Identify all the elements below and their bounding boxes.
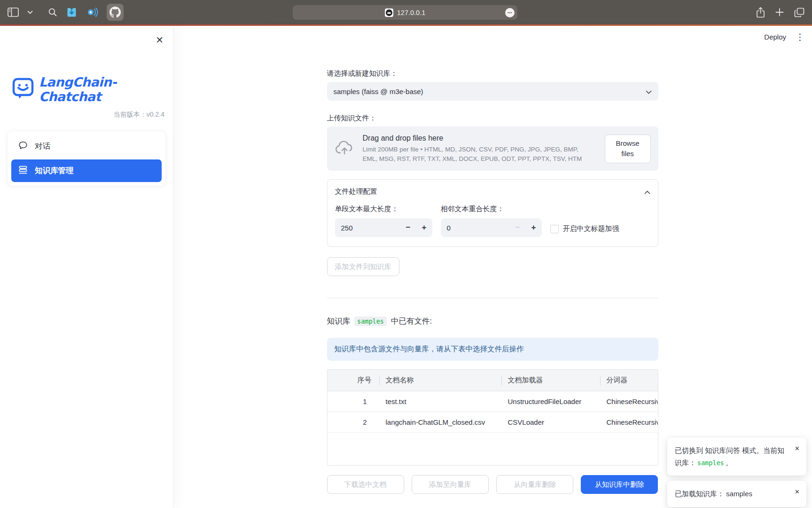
overlap-plus-button[interactable]: +: [526, 223, 542, 232]
kb-name-code: samples: [354, 317, 387, 326]
app-logo: LangChain-Chatchat: [12, 75, 173, 104]
dropzone-title: Drag and drop files here: [363, 134, 596, 143]
cell-loader: CSVLoader: [501, 418, 600, 426]
page-settings-icon[interactable]: •••: [505, 8, 515, 17]
cloud-upload-icon: [335, 140, 354, 157]
toast-close-icon[interactable]: ✕: [795, 487, 800, 497]
delete-from-vectorstore-button[interactable]: 从向量库删除: [496, 475, 573, 494]
add-to-vectorstore-button[interactable]: 添加至向量库: [412, 475, 489, 494]
stacked-bars-icon: [18, 165, 28, 177]
chunk-plus-button[interactable]: +: [416, 223, 432, 232]
info-alert: 知识库中包含源文件与向量库，请从下表中选择文件后操作: [327, 338, 658, 361]
select-chevron-down-icon: [646, 87, 652, 95]
sidebar-item-label: 对话: [35, 141, 50, 151]
cell-name: langchain-ChatGLM_closed.csv: [379, 418, 501, 426]
cell-index: 1: [328, 397, 379, 405]
sidebar-item-knowledge-base[interactable]: 知识库管理: [11, 159, 162, 182]
toast-kb-loaded: 已加载知识库： samples ✕: [667, 481, 806, 507]
browser-toolbar: 127.0.0.1 •••: [0, 0, 812, 24]
version-text: 当前版本：v0.2.4: [0, 111, 164, 119]
share-icon[interactable]: [756, 7, 765, 18]
search-icon[interactable]: [48, 8, 57, 17]
file-config-expander: 文件处理配置 单段文本最大长度： 250 − +: [327, 179, 658, 247]
deploy-button[interactable]: Deploy: [764, 33, 786, 41]
dropzone-limit-text: Limit 200MB per file • HTML, MD, JSON, C…: [363, 145, 594, 163]
zh-title-enhance-checkbox[interactable]: [550, 225, 559, 233]
download-selected-button[interactable]: 下载选中文档: [327, 475, 404, 494]
address-bar[interactable]: 127.0.0.1 •••: [293, 5, 517, 20]
cell-splitter: ChineseRecursiveText: [600, 397, 658, 405]
overlap-minus-button[interactable]: −: [510, 223, 526, 232]
chat-bubble-icon: [18, 140, 28, 152]
sidebar-toggle-icon[interactable]: [8, 8, 19, 17]
pinned-tab-download-icon[interactable]: [66, 7, 78, 18]
cell-index: 2: [328, 418, 379, 426]
sidebar-item-dialogue[interactable]: 对话: [11, 135, 162, 158]
cell-loader: UnstructuredFileLoader: [501, 397, 600, 405]
chevron-up-icon: [644, 188, 650, 196]
sidebar: ✕ LangChain-Chatchat 当前版本：v0.2.4: [0, 26, 173, 508]
cell-name: test.txt: [379, 397, 501, 405]
url-text: 127.0.0.1: [397, 9, 425, 16]
file-dropzone[interactable]: Drag and drop files here Limit 200MB per…: [327, 127, 658, 171]
active-tab-chip[interactable]: [107, 4, 124, 21]
toast-text: 已加载知识库： samples: [675, 490, 752, 498]
chunk-size-input[interactable]: 250 − +: [335, 218, 432, 237]
chunk-size-value: 250: [335, 224, 400, 232]
sidebar-close-icon[interactable]: ✕: [156, 35, 164, 45]
divider: [327, 298, 658, 298]
col-header-index: 序号: [328, 375, 379, 386]
github-icon: [109, 7, 121, 18]
add-files-button[interactable]: 添加文件到知识库: [327, 257, 399, 276]
table-row[interactable]: 2 langchain-ChatGLM_closed.csv CSVLoader…: [328, 412, 658, 433]
main-panel: 请选择或新建知识库： samples (faiss @ m3e-base) 上传…: [173, 26, 812, 508]
sidebar-item-label: 知识库管理: [35, 166, 74, 176]
files-heading: 知识库 samples 中已有文件:: [327, 316, 658, 326]
toast-close-icon[interactable]: ✕: [795, 444, 800, 454]
pinned-tab-circles-icon[interactable]: [86, 6, 98, 18]
site-favicon: [385, 8, 393, 17]
chunk-minus-button[interactable]: −: [400, 223, 416, 232]
table-header-row: 序号 文档名称 文档加载器 分词器: [328, 370, 658, 391]
table-actions: 下载选中文档 添加至向量库 从向量库删除 从知识库中删除: [327, 475, 658, 494]
chat-smiley-logo-icon: [12, 77, 34, 102]
cell-splitter: ChineseRecursiveText: [600, 418, 658, 426]
toast-kb-code: samples: [696, 459, 726, 467]
expander-title: 文件处理配置: [335, 187, 377, 196]
col-header-name: 文档名称: [379, 375, 501, 386]
sidebar-menu: 对话 知识库管理: [8, 131, 165, 186]
col-header-loader: 文档加载器: [501, 375, 600, 386]
browse-files-button[interactable]: Browse files: [605, 135, 651, 163]
expander-header[interactable]: 文件处理配置: [335, 187, 650, 196]
overlap-label: 相邻文本重合长度：: [441, 205, 542, 214]
main-menu-icon[interactable]: ⋮: [796, 32, 804, 41]
kb-selected-value: samples (faiss @ m3e-base): [334, 87, 423, 95]
upload-label: 上传知识文件：: [327, 114, 658, 123]
overlap-value: 0: [441, 224, 510, 232]
kb-selectbox[interactable]: samples (faiss @ m3e-base): [327, 82, 658, 101]
kb-select-label: 请选择或新建知识库：: [327, 69, 658, 78]
zh-title-enhance-label: 开启中文标题加强: [563, 224, 619, 233]
app-window: Deploy ⋮ ✕ LangChain-Chatchat 当前版本：v0.2.…: [0, 26, 812, 508]
toast-mode-switched: 已切换到 知识库问答 模式。当前知识库：samples。 ✕: [667, 437, 806, 476]
logo-text: LangChain-Chatchat: [39, 75, 173, 104]
delete-from-kb-button[interactable]: 从知识库中删除: [581, 475, 658, 494]
chunk-size-label: 单段文本最大长度：: [335, 205, 432, 214]
files-table[interactable]: 序号 文档名称 文档加载器 分词器 1 test.txt Unstructure…: [327, 369, 658, 466]
col-header-splitter: 分词器: [600, 375, 658, 386]
chevron-down-icon[interactable]: [27, 10, 33, 14]
table-row[interactable]: 1 test.txt UnstructuredFileLoader Chines…: [328, 391, 658, 412]
tab-overview-icon[interactable]: [794, 8, 804, 17]
new-tab-icon[interactable]: [775, 8, 784, 16]
overlap-input[interactable]: 0 − +: [441, 218, 542, 237]
